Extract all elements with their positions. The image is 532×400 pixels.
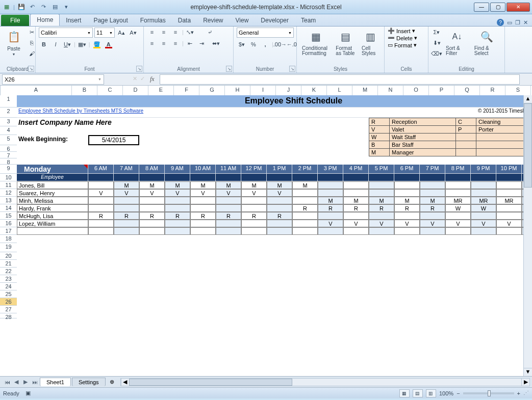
qat-save-icon[interactable]: 💾: [17, 3, 26, 12]
week-beginning-label[interactable]: Week Beginning:: [17, 135, 88, 145]
shift-cell[interactable]: [496, 181, 522, 189]
row-header[interactable]: 5: [0, 135, 17, 145]
shift-cell[interactable]: [496, 212, 522, 220]
next-sheet-icon[interactable]: ▶: [21, 379, 30, 385]
time-header[interactable]: 3 PM: [318, 165, 343, 174]
conditional-formatting-button[interactable]: ▦Conditional Formatting: [300, 28, 332, 57]
shift-cell[interactable]: [267, 220, 292, 227]
close-workbook-icon[interactable]: ✕: [523, 19, 528, 26]
shift-cell[interactable]: [216, 197, 241, 204]
shift-cell[interactable]: [420, 227, 445, 235]
time-header[interactable]: 8 AM: [139, 165, 165, 174]
shift-cell[interactable]: [394, 181, 420, 189]
orientation-icon[interactable]: ⤡▾: [185, 28, 195, 37]
cut-icon[interactable]: ✂: [27, 28, 37, 37]
shift-cell[interactable]: R: [139, 212, 165, 220]
shift-cell[interactable]: [471, 212, 496, 220]
tab-team[interactable]: Team: [295, 15, 322, 26]
shift-cell[interactable]: [369, 181, 394, 189]
shift-cell[interactable]: [394, 189, 420, 197]
comma-format-icon[interactable]: ,: [260, 40, 270, 49]
zoom-level[interactable]: 100%: [439, 390, 453, 396]
page-break-view-icon[interactable]: ▥: [426, 389, 436, 397]
shift-cell[interactable]: [445, 189, 471, 197]
tab-page-layout[interactable]: Page Layout: [87, 15, 134, 26]
decrease-decimal-icon[interactable]: ←.0: [287, 40, 297, 49]
insert-cells-button[interactable]: ➕Insert ▾: [388, 28, 415, 34]
employee-name-cell[interactable]: [17, 227, 88, 235]
time-header[interactable]: 5 PM: [369, 165, 394, 174]
copyright-text[interactable]: © 2011-2015 Timesheets MTS Software: [267, 108, 532, 118]
shift-cell[interactable]: M: [241, 181, 267, 189]
shift-cell[interactable]: [190, 204, 216, 212]
row-header[interactable]: 9: [0, 165, 17, 174]
shift-cell[interactable]: M: [216, 181, 241, 189]
shift-cell[interactable]: [394, 212, 420, 220]
cell[interactable]: [114, 174, 139, 181]
column-header[interactable]: G: [199, 86, 225, 95]
help-icon[interactable]: ?: [497, 19, 504, 26]
cell[interactable]: [292, 174, 318, 181]
sheet-tab-settings[interactable]: Settings: [72, 378, 106, 386]
shift-cell[interactable]: [216, 204, 241, 212]
row-header[interactable]: 24: [0, 283, 17, 290]
row-header[interactable]: 26: [0, 298, 17, 306]
shift-cell[interactable]: M: [190, 181, 216, 189]
column-header[interactable]: R: [480, 86, 505, 95]
align-bottom-icon[interactable]: ≡: [170, 28, 181, 37]
shift-cell[interactable]: V: [216, 189, 241, 197]
cell[interactable]: [139, 174, 165, 181]
cell[interactable]: [369, 174, 394, 181]
shift-cell[interactable]: R: [343, 204, 369, 212]
shift-cell[interactable]: V: [88, 189, 114, 197]
shift-cell[interactable]: R: [420, 204, 445, 212]
decrease-indent-icon[interactable]: ⇤: [185, 39, 195, 48]
shift-cell[interactable]: M: [369, 197, 394, 204]
cell[interactable]: [394, 174, 420, 181]
column-header[interactable]: L: [327, 86, 352, 95]
delete-cells-button[interactable]: ➖Delete ▾: [388, 35, 417, 41]
company-name-cell[interactable]: Insert Company Name Here: [17, 118, 190, 135]
tab-home[interactable]: Home: [30, 14, 60, 26]
column-header[interactable]: Q: [454, 86, 480, 95]
shift-cell[interactable]: R: [318, 204, 343, 212]
shift-cell[interactable]: [420, 212, 445, 220]
minimize-ribbon-icon[interactable]: ▭: [507, 19, 512, 26]
shift-cell[interactable]: R: [369, 204, 394, 212]
shift-cell[interactable]: [343, 227, 369, 235]
column-header[interactable]: J: [276, 86, 301, 95]
shift-cell[interactable]: [165, 220, 190, 227]
row-header[interactable]: 1: [0, 95, 17, 108]
shift-cell[interactable]: M: [267, 181, 292, 189]
employee-header[interactable]: Employee: [17, 174, 88, 181]
shift-cell[interactable]: [139, 197, 165, 204]
employee-name-cell[interactable]: Lopez, William: [17, 220, 88, 227]
maximize-button[interactable]: ▢: [490, 3, 505, 12]
minimize-button[interactable]: —: [474, 3, 489, 12]
page-layout-view-icon[interactable]: ▤: [413, 389, 423, 397]
shift-cell[interactable]: [343, 181, 369, 189]
shift-cell[interactable]: [369, 227, 394, 235]
scroll-up-icon[interactable]: ▲: [524, 95, 532, 103]
shift-cell[interactable]: R: [292, 204, 318, 212]
employee-name-cell[interactable]: Jones, Bill: [17, 181, 88, 189]
tab-data[interactable]: Data: [172, 15, 197, 26]
row-header[interactable]: 27: [0, 306, 17, 313]
shift-cell[interactable]: V: [114, 189, 139, 197]
first-sheet-icon[interactable]: ⏮: [3, 379, 11, 385]
cell[interactable]: [241, 174, 267, 181]
shift-cell[interactable]: R: [241, 212, 267, 220]
shift-cell[interactable]: [88, 181, 114, 189]
shift-cell[interactable]: M: [292, 181, 318, 189]
shift-cell[interactable]: [318, 227, 343, 235]
shift-cell[interactable]: [292, 227, 318, 235]
shift-cell[interactable]: V: [496, 220, 522, 227]
shift-cell[interactable]: V: [445, 220, 471, 227]
shift-cell[interactable]: [114, 220, 139, 227]
shift-cell[interactable]: [496, 189, 522, 197]
shift-cell[interactable]: [420, 189, 445, 197]
shift-cell[interactable]: [267, 204, 292, 212]
formula-bar[interactable]: [160, 74, 520, 85]
time-header[interactable]: 12 PM: [241, 165, 267, 174]
shift-cell[interactable]: [471, 181, 496, 189]
